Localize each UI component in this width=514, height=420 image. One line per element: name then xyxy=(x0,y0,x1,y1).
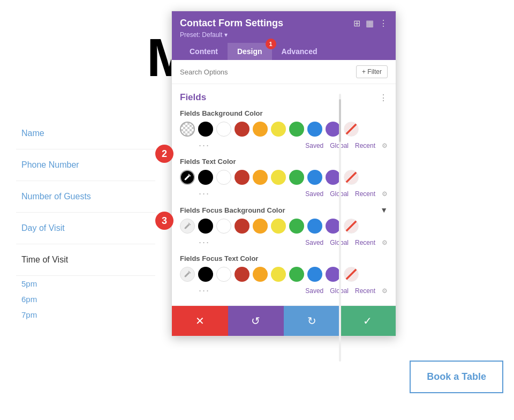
color-swatch-yellow[interactable] xyxy=(271,122,286,137)
color-swatch-slash-3[interactable] xyxy=(344,219,359,234)
fields-focus-bg-color-row xyxy=(180,219,388,234)
panel-header: Contact Form Settings ⊞ ▦ ⋮ Preset: Defa… xyxy=(172,11,396,60)
color-swatch-black[interactable] xyxy=(198,122,213,137)
color-swatch-purple-4[interactable] xyxy=(326,267,341,282)
color-swatch-purple-3[interactable] xyxy=(326,219,341,234)
color-swatch-white-2[interactable] xyxy=(216,170,231,185)
color-swatch-slash-2[interactable] xyxy=(344,170,359,185)
fields-focus-text-color-group: Fields Focus Text Color xyxy=(180,254,388,296)
color-swatch-orange-4[interactable] xyxy=(253,267,268,282)
section-menu-icon[interactable]: ⋮ xyxy=(379,93,388,103)
section-title: Fields xyxy=(180,92,206,103)
saved-link[interactable]: Saved xyxy=(305,142,323,149)
color-swatch-orange-3[interactable] xyxy=(253,219,268,234)
fields-bg-color-row xyxy=(180,122,388,137)
panel-preset[interactable]: Preset: Default ▾ xyxy=(180,31,388,39)
expand-icon[interactable]: ⊞ xyxy=(353,18,360,28)
color-swatch-green-3[interactable] xyxy=(289,219,304,234)
settings-gear-icon-2[interactable]: ⚙ xyxy=(382,190,388,198)
saved-link-2[interactable]: Saved xyxy=(305,190,323,198)
fields-text-color-row xyxy=(180,170,388,185)
settings-gear-icon[interactable]: ⚙ xyxy=(382,142,388,149)
settings-gear-icon-3[interactable]: ⚙ xyxy=(382,239,388,246)
search-input[interactable] xyxy=(180,68,352,76)
redo-button[interactable]: ↻ xyxy=(284,306,340,336)
color-swatch-orange[interactable] xyxy=(253,122,268,137)
section-header: Fields ⋮ xyxy=(180,92,388,103)
fields-focus-bg-color-group: Fields Focus Background Color ▼ xyxy=(180,206,388,248)
fields-focus-text-color-meta: ··· Saved Global Recent ⚙ xyxy=(180,285,388,296)
panel-body: + Filter Fields ⋮ Fields Background Colo… xyxy=(172,60,396,305)
field-day: Day of Visit xyxy=(16,213,155,244)
color-picker-black[interactable] xyxy=(180,170,195,185)
color-swatch-red-2[interactable] xyxy=(235,170,250,185)
meta-dots-3: ··· xyxy=(199,237,299,248)
book-table-button[interactable]: Book a Table xyxy=(410,361,503,393)
scrollbar-thumb xyxy=(339,99,341,142)
color-swatch-black-3[interactable] xyxy=(198,219,213,234)
tab-advanced[interactable]: Advanced xyxy=(272,43,327,60)
tab-content[interactable]: Content xyxy=(180,43,228,60)
field-guests: Number of Guests xyxy=(16,181,155,213)
fields-text-color-meta: ··· Saved Global Recent ⚙ xyxy=(180,188,388,199)
step-badge-3: 3 xyxy=(155,212,173,230)
recent-link-4[interactable]: Recent xyxy=(355,287,375,295)
time-option-5pm: 5pm xyxy=(21,276,155,291)
scrollbar-track xyxy=(339,94,341,362)
color-swatch-green-4[interactable] xyxy=(289,267,304,282)
meta-dots-2: ··· xyxy=(199,188,299,199)
color-swatch-black-2[interactable] xyxy=(198,170,213,185)
fields-section: Fields ⋮ Fields Background Color xyxy=(172,84,396,305)
saved-link-3[interactable]: Saved xyxy=(305,239,323,246)
color-swatch-yellow-2[interactable] xyxy=(271,170,286,185)
color-swatch-checker[interactable] xyxy=(180,122,195,137)
color-picker-light-2[interactable] xyxy=(180,267,195,282)
fields-text-color-group: Fields Text Color xyxy=(180,158,388,199)
search-bar: + Filter xyxy=(172,60,396,84)
color-swatch-purple-2[interactable] xyxy=(326,170,341,185)
filter-button[interactable]: + Filter xyxy=(356,65,388,78)
color-swatch-slash-4[interactable] xyxy=(344,267,359,282)
color-swatch-purple[interactable] xyxy=(326,122,341,137)
fields-bg-color-meta: ··· Saved Global Recent ⚙ xyxy=(180,140,388,151)
field-phone: Phone Number xyxy=(16,149,155,181)
meta-dots-4: ··· xyxy=(199,285,299,296)
fields-focus-text-color-row xyxy=(180,267,388,282)
settings-gear-icon-4[interactable]: ⚙ xyxy=(382,287,388,295)
color-swatch-white-3[interactable] xyxy=(216,219,231,234)
color-swatch-orange-2[interactable] xyxy=(253,170,268,185)
color-swatch-red-4[interactable] xyxy=(235,267,250,282)
color-swatch-black-4[interactable] xyxy=(198,267,213,282)
color-swatch-yellow-4[interactable] xyxy=(271,267,286,282)
fields-bg-color-label: Fields Background Color xyxy=(180,109,388,117)
color-swatch-blue-2[interactable] xyxy=(307,170,322,185)
cancel-button[interactable]: ✕ xyxy=(172,306,228,336)
field-time: Time of Visit xyxy=(16,244,155,276)
undo-button[interactable]: ↺ xyxy=(228,306,284,336)
color-picker-light[interactable] xyxy=(180,219,195,234)
recent-link[interactable]: Recent xyxy=(355,142,375,149)
color-swatch-white[interactable] xyxy=(216,122,231,137)
recent-link-2[interactable]: Recent xyxy=(355,190,375,198)
color-swatch-blue[interactable] xyxy=(307,122,322,137)
step-badge-2: 2 xyxy=(155,145,173,163)
tab-design[interactable]: Design 1 xyxy=(228,43,272,60)
color-swatch-green-2[interactable] xyxy=(289,170,304,185)
color-swatch-white-4[interactable] xyxy=(216,267,231,282)
color-swatch-blue-4[interactable] xyxy=(307,267,322,282)
color-swatch-green[interactable] xyxy=(289,122,304,137)
panel-tabs: Content Design 1 Advanced xyxy=(180,43,388,60)
color-swatch-red[interactable] xyxy=(235,122,250,137)
fields-focus-text-color-label: Fields Focus Text Color xyxy=(180,254,388,262)
fields-focus-bg-color-label: Fields Focus Background Color xyxy=(180,206,285,214)
recent-link-3[interactable]: Recent xyxy=(355,239,375,246)
save-button[interactable]: ✓ xyxy=(340,306,396,336)
focus-bg-dropdown-icon[interactable]: ▼ xyxy=(380,206,388,214)
saved-link-4[interactable]: Saved xyxy=(305,287,323,295)
color-swatch-red-3[interactable] xyxy=(235,219,250,234)
color-swatch-yellow-3[interactable] xyxy=(271,219,286,234)
layout-icon[interactable]: ▦ xyxy=(366,18,374,28)
color-swatch-slash[interactable] xyxy=(344,122,359,137)
more-icon[interactable]: ⋮ xyxy=(379,18,388,28)
color-swatch-blue-3[interactable] xyxy=(307,219,322,234)
